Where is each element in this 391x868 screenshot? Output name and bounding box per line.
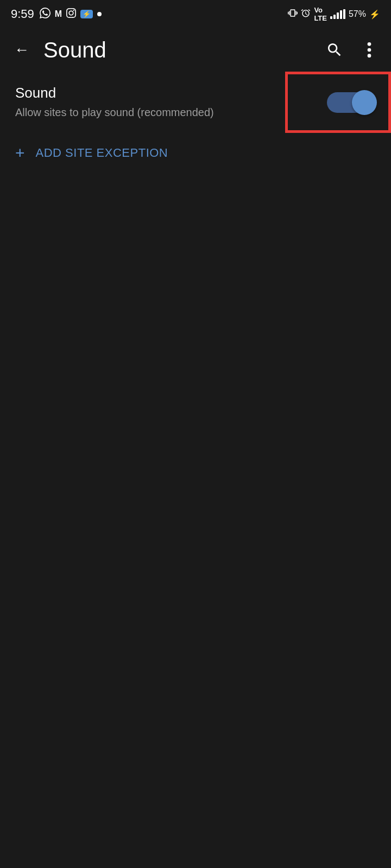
instagram-icon [66,8,76,21]
toggle-thumb [352,90,377,115]
search-icon [326,41,343,59]
vibrate-icon [288,8,298,20]
plus-icon: + [15,144,25,162]
more-options-icon [367,41,371,59]
charging-icon: ⚡ [369,9,380,20]
alarm-icon [301,8,311,20]
sound-setting-row[interactable]: Sound Allow sites to play sound (recomme… [0,72,391,133]
svg-point-1 [368,48,371,52]
status-bar-left: 9:59 M ⚡ [11,7,102,21]
sound-setting-title: Sound [15,85,316,101]
back-button[interactable]: ← [9,37,35,63]
app-bar-actions [321,37,382,63]
sound-toggle[interactable] [327,89,376,116]
gmail-icon: M [55,9,62,19]
status-left-icons: M ⚡ [40,8,102,21]
sound-setting-container: Sound Allow sites to play sound (recomme… [0,72,391,133]
notification-dot [97,12,102,16]
status-right-icons: VoLTE 57% ⚡ [288,6,380,22]
signal-icon [330,9,345,19]
back-arrow-icon: ← [14,41,29,59]
sound-setting-subtitle: Allow sites to play sound (recommended) [15,105,316,120]
status-bar: 9:59 M ⚡ [0,0,391,28]
more-options-button[interactable] [356,37,382,63]
usb-icon: ⚡ [80,10,93,18]
svg-point-2 [368,54,371,58]
status-time: 9:59 [11,7,34,21]
add-site-exception-button[interactable]: + ADD SITE EXCEPTION [0,133,391,173]
app-bar: ← Sound [0,28,391,72]
svg-point-0 [368,42,371,46]
search-button[interactable] [321,37,348,63]
sound-setting-text: Sound Allow sites to play sound (recomme… [15,85,327,120]
battery-indicator: 57% [349,9,366,19]
status-bar-right: VoLTE 57% ⚡ [288,6,380,22]
volte-icon: VoLTE [314,6,327,22]
whatsapp-icon [40,8,51,21]
page-title: Sound [43,38,321,62]
add-exception-label: ADD SITE EXCEPTION [36,146,168,160]
content: Sound Allow sites to play sound (recomme… [0,72,391,173]
